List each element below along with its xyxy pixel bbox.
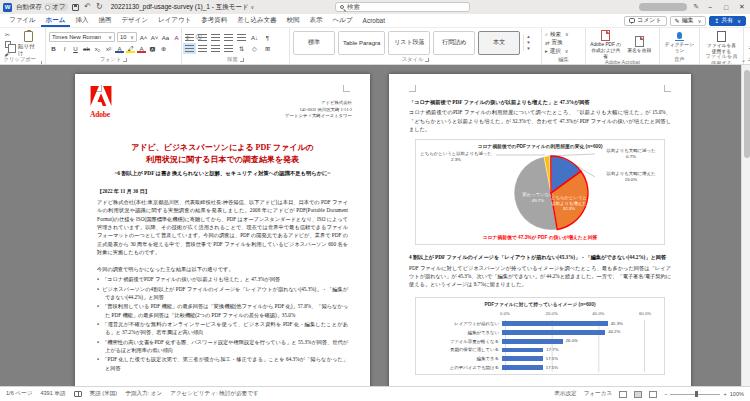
- editing-item-検索[interactable]: ⌕検索∨: [545, 31, 569, 38]
- tab-ホーム[interactable]: ホーム: [41, 14, 71, 27]
- zoom-out-button[interactable]: −: [664, 391, 667, 397]
- pen-icon[interactable]: ✎: [693, 3, 699, 11]
- copy-icon[interactable]: [5, 41, 11, 48]
- shading-icon[interactable]: ◇: [250, 44, 259, 53]
- zoom-slider-thumb[interactable]: [695, 391, 698, 397]
- tab-デザイン[interactable]: デザイン: [116, 14, 153, 27]
- gallery-down-icon[interactable]: ▼: [526, 40, 530, 45]
- status-item[interactable]: 予測入力: オン: [125, 390, 162, 398]
- dialog-launcher-icon[interactable]: [123, 58, 127, 62]
- justify-icon[interactable]: [224, 45, 233, 52]
- paste-button[interactable]: 貼り付け: [15, 30, 42, 58]
- tab-差し込み文書[interactable]: 差し込み文書: [232, 14, 281, 27]
- request-signatures-button[interactable]: 署名を依頼: [623, 36, 657, 54]
- shrink-font-icon[interactable]: A˅: [150, 33, 159, 42]
- editing-mode-button[interactable]: ✎編集∨: [670, 16, 707, 26]
- focus-mode-button[interactable]: フォーカス: [584, 390, 613, 398]
- tab-校閲[interactable]: 校閲: [282, 14, 305, 27]
- tab-レイアウト[interactable]: レイアウト: [153, 14, 196, 27]
- zoom-level[interactable]: 100%: [730, 391, 744, 397]
- style-本文[interactable]: 本文: [478, 31, 520, 55]
- font-color-icon[interactable]: A: [137, 44, 146, 53]
- editing-item-置換[interactable]: ⇄置換: [545, 39, 569, 46]
- clear-format-icon[interactable]: A: [172, 33, 181, 42]
- pie-chart-object[interactable]: コロナ禍前後でのPDFファイルの利用頻度の変化 (n=600) どちらかというと…: [415, 139, 665, 245]
- enclose-border-icon[interactable]: ⊕: [159, 44, 168, 53]
- cut-icon[interactable]: ✂: [3, 31, 12, 39]
- tab-Acrobat[interactable]: Acrobat: [358, 14, 390, 27]
- tab-ファイル[interactable]: ファイル: [4, 14, 41, 27]
- multilevel-list-icon[interactable]: [211, 34, 220, 41]
- dialog-launcher-icon[interactable]: [425, 58, 429, 62]
- style-行間詰め[interactable]: 行間詰め: [433, 31, 475, 55]
- page-1[interactable]: Adobe アドビ株式会社141-0032 品川区大崎 1-11-2ゲートシティ…: [75, 74, 370, 386]
- font-name-select[interactable]: Times New Roman∨: [49, 32, 115, 42]
- status-item[interactable]: 1/6 ページ: [6, 390, 32, 398]
- status-item[interactable]: 英語 (米国): [90, 390, 118, 398]
- status-item[interactable]: アクセシビリティ: 検討が必要です: [170, 390, 258, 398]
- save-icon[interactable]: [72, 4, 79, 11]
- align-right-icon[interactable]: [211, 45, 220, 52]
- increase-indent-icon[interactable]: [237, 34, 246, 41]
- minimize-button[interactable]: −: [705, 1, 715, 13]
- sort-icon[interactable]: A↓: [250, 33, 259, 42]
- print-layout-icon[interactable]: [634, 391, 642, 398]
- decrease-indent-icon[interactable]: [224, 34, 233, 41]
- character-shading-icon[interactable]: 🅰: [148, 44, 157, 53]
- editing-item-選択[interactable]: ▸選択∨: [545, 48, 569, 55]
- align-left-icon[interactable]: [185, 45, 194, 52]
- gallery-more-icon[interactable]: ▼: [526, 46, 530, 51]
- create-pdf-button[interactable]: Adobe PDF の作成および共有: [589, 30, 623, 59]
- strikethrough-icon[interactable]: ab: [82, 44, 91, 53]
- change-case-icon[interactable]: Aa: [161, 33, 170, 42]
- gallery-up-icon[interactable]: ▲: [526, 34, 530, 39]
- font-size-select[interactable]: 10∨: [117, 32, 137, 42]
- subscript-icon[interactable]: x₂: [93, 44, 102, 53]
- borders-icon[interactable]: ⊞: [263, 44, 272, 53]
- page-2[interactable]: 「コロナ禍前後で PDF ファイルの扱いが以前よりも増えた」と 47.3%が回答…: [389, 74, 691, 386]
- zoom-slider[interactable]: [670, 394, 720, 395]
- zoom-in-button[interactable]: +: [723, 391, 726, 397]
- account-badge[interactable]: [639, 3, 687, 11]
- share-button[interactable]: ↥共有∨: [709, 16, 746, 26]
- close-button[interactable]: ✕: [737, 1, 747, 13]
- document-title[interactable]: 20221130_pdf-usage-survey (1)_1 - 互換モード∨: [111, 3, 255, 12]
- proofing-book-icon[interactable]: [74, 391, 82, 397]
- tab-参考資料[interactable]: 参考資料: [196, 14, 232, 27]
- maximize-button[interactable]: □: [721, 1, 731, 13]
- grow-font-icon[interactable]: A˄: [139, 33, 148, 42]
- reuse-files-button[interactable]: ファイルを再使用する: [705, 31, 739, 55]
- undo-icon[interactable]: ↶: [84, 3, 91, 11]
- read-mode-icon[interactable]: [619, 391, 627, 398]
- autosave-toggle[interactable]: 自動保存 オフ: [16, 3, 68, 12]
- style-Table Paragra[interactable]: Table Paragra: [338, 31, 385, 55]
- bullet-list-icon[interactable]: [185, 34, 194, 41]
- text-effects-icon[interactable]: A: [115, 44, 124, 53]
- collapse-ribbon-icon[interactable]: ⌄: [741, 56, 746, 63]
- redo-icon[interactable]: ↻: [96, 3, 103, 11]
- web-layout-icon[interactable]: [649, 391, 657, 398]
- comments-button[interactable]: コメント: [624, 16, 667, 26]
- tab-挿入[interactable]: 挿入: [70, 14, 93, 27]
- dialog-launcher-icon[interactable]: [240, 58, 244, 62]
- search-input[interactable]: 検索: [335, 2, 470, 12]
- style-リスト段落[interactable]: リスト段落: [388, 31, 430, 55]
- style-標準[interactable]: 標準: [293, 31, 335, 55]
- tab-ヘルプ[interactable]: ヘルプ: [328, 14, 358, 27]
- tab-表示[interactable]: 表示: [305, 14, 328, 27]
- superscript-icon[interactable]: x²: [104, 44, 113, 53]
- bar-chart-object[interactable]: PDFファイルに対して持っているイメージ (n=600) 0.0%20.0%40…: [415, 297, 665, 375]
- document-canvas[interactable]: Adobe アドビ株式会社141-0032 品川区大崎 1-11-2ゲートシティ…: [0, 65, 750, 386]
- highlight-color-icon[interactable]: 🖍: [126, 44, 135, 53]
- vertical-scrollbar[interactable]: [741, 65, 750, 386]
- status-item[interactable]: 4391 単語: [40, 390, 65, 398]
- italic-icon[interactable]: I: [60, 44, 69, 53]
- bold-icon[interactable]: B: [49, 44, 58, 53]
- display-settings-button[interactable]: 表示設定: [554, 390, 576, 398]
- dialog-launcher-icon[interactable]: [38, 61, 42, 65]
- line-spacing-icon[interactable]: ⇅: [237, 44, 246, 53]
- tab-描画[interactable]: 描画: [93, 14, 116, 27]
- underline-icon[interactable]: U: [71, 44, 80, 53]
- scrollbar-thumb[interactable]: [744, 70, 750, 158]
- numbered-list-icon[interactable]: [198, 34, 207, 41]
